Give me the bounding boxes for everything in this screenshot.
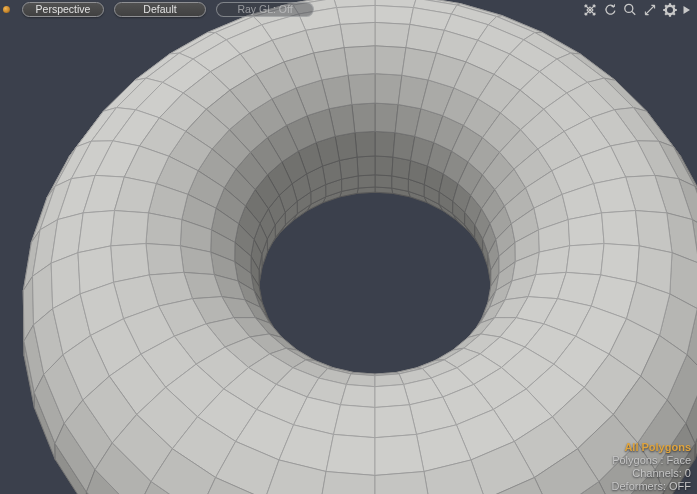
selection-mode-label: All Polygons [612, 441, 691, 454]
expand-panel-icon[interactable] [681, 1, 691, 18]
zoom-view-icon[interactable] [621, 1, 638, 18]
settings-gear-icon[interactable] [661, 1, 678, 18]
status-dot [3, 6, 10, 13]
raygl-toggle-button[interactable]: Ray GL: Off [216, 2, 314, 17]
status-overlay: All Polygons Polygons : Face Channels: 0… [612, 441, 691, 493]
shading-style-button[interactable]: Default [114, 2, 206, 17]
viewport-toolbar: Perspective Default Ray GL: Off [3, 2, 314, 17]
move-view-icon[interactable] [581, 1, 598, 18]
viewport-3d: Perspective Default Ray GL: Off [0, 0, 697, 494]
maximize-view-icon[interactable] [641, 1, 658, 18]
rotate-view-icon[interactable] [601, 1, 618, 18]
viewport-canvas[interactable] [0, 0, 697, 494]
channels-count-label: Channels: 0 [612, 467, 691, 480]
view-type-button[interactable]: Perspective [22, 2, 104, 17]
deformers-state-label: Deformers: OFF [612, 480, 691, 493]
polygon-type-label: Polygons : Face [612, 454, 691, 467]
view-controls [581, 1, 691, 18]
